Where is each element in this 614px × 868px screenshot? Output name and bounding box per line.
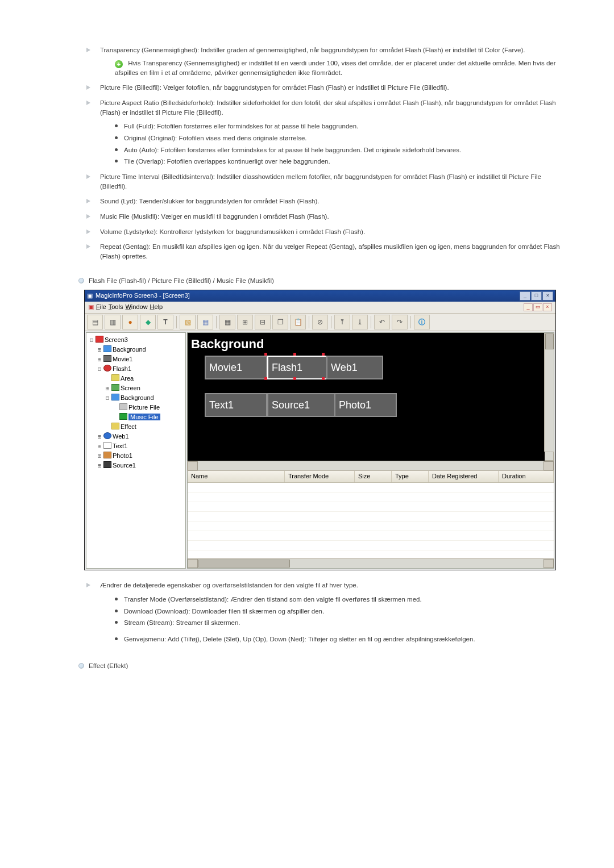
toolbar-remove-icon[interactable]: ⊟ — [255, 315, 271, 329]
photo-icon — [103, 452, 111, 458]
sub-download: Download (Download): Downloader filen ti… — [115, 607, 563, 616]
tree-movie1[interactable]: Movie1 — [113, 356, 132, 362]
col-duration[interactable]: Duration — [499, 471, 554, 482]
picture-file-icon — [119, 403, 127, 410]
close-button[interactable]: × — [542, 291, 553, 301]
toolbar-open-icon[interactable]: ▥ — [105, 315, 121, 329]
col-transfer-mode[interactable]: Transfer Mode — [285, 471, 355, 482]
tree-background2[interactable]: Background — [121, 394, 154, 401]
app-titlebar[interactable]: ▣ MagicInfoPro Screen3 - [Screen3] _ □ × — [85, 290, 555, 302]
vscroll-thumb[interactable] — [545, 333, 554, 349]
tree-flash1[interactable]: Flash1 — [113, 365, 131, 372]
toolbar-sep — [309, 316, 309, 328]
canvas-box-source[interactable]: Source1 — [267, 393, 335, 417]
list-hscrollbar[interactable] — [188, 558, 554, 568]
toolbar-paste-icon[interactable]: 📋 — [290, 315, 306, 329]
prop-sound: Sound (Lyd): Tænder/slukker for baggrund… — [84, 197, 563, 206]
tree-root[interactable]: Screen3 — [105, 336, 128, 343]
canvas-box-web[interactable]: Web1 — [326, 356, 383, 379]
list-hscroll-thumb[interactable] — [198, 560, 290, 567]
toolbar-copy-icon[interactable]: ❐ — [272, 315, 288, 329]
tree-text1[interactable]: Text1 — [113, 443, 127, 449]
app-doc-icon: ▣ — [88, 303, 94, 312]
detail-sub-list-2: Genvejsmenu: Add (Tilføj), Delete (Slet)… — [115, 635, 563, 644]
list-hscroll-right-icon[interactable] — [544, 559, 554, 568]
toolbar-text-icon[interactable]: T — [157, 315, 173, 329]
canvas-box-text[interactable]: Text1 — [205, 393, 267, 417]
prop-volume: Volume (Lydstyrke): Kontrollerer lydstyr… — [84, 227, 563, 237]
list-rows-empty[interactable] — [188, 483, 554, 560]
prop-transparency: Transparency (Gennemsigtighed): Indstill… — [84, 45, 563, 77]
tree-pane[interactable]: ⊟Screen3 ⊞Background ⊞Movie1 ⊟Flash1 Are… — [86, 332, 186, 569]
toolbar-disk-icon[interactable]: ▦ — [197, 315, 213, 329]
source-icon — [103, 461, 111, 468]
mdi-restore[interactable]: ▭ — [533, 303, 542, 311]
menu-tools[interactable]: Tools — [109, 303, 123, 312]
effect-section-header: Effect (Effekt) — [78, 661, 563, 671]
vscroll-down-icon[interactable] — [545, 452, 554, 461]
menu-help[interactable]: Help — [150, 303, 163, 312]
mdi-close[interactable]: × — [543, 303, 552, 311]
sub-full: Full (Fuld): Fotofilen forstørres eller … — [115, 122, 563, 131]
maximize-button[interactable]: □ — [531, 291, 542, 301]
file-list-pane: Name Transfer Mode Size Type Date Regist… — [187, 471, 554, 569]
toolbar-redo-icon[interactable]: ↷ — [392, 315, 408, 329]
effect-icon — [111, 423, 119, 429]
aspect-sub-list: Full (Fuld): Fotofilen forstørres eller … — [115, 122, 563, 166]
col-type[interactable]: Type — [392, 471, 429, 482]
flash-icon — [103, 365, 111, 372]
toolbar-grid-icon[interactable]: ▦ — [219, 315, 235, 329]
toolbar-sep — [371, 316, 371, 328]
sub-stream: Stream (Stream): Streamer til skærmen. — [115, 618, 563, 628]
toolbar-new-icon[interactable]: ▤ — [87, 315, 103, 329]
toolbar-save-icon[interactable]: ● — [122, 315, 138, 329]
col-date[interactable]: Date Registered — [429, 471, 499, 482]
music-file-icon — [119, 413, 127, 420]
sub-auto: Auto (Auto): Fotofilen forstørres eller … — [115, 145, 563, 155]
screen-icon — [96, 336, 103, 343]
hscroll-right-icon[interactable] — [544, 461, 554, 470]
menu-file[interactable]: File — [96, 303, 106, 312]
toolbar-tool4-icon[interactable]: ◆ — [140, 315, 156, 329]
layout-canvas[interactable]: Background Movie1 Flash1 Web1 Text1 Sour… — [187, 332, 554, 461]
prop-picture-file: Picture File (Billedfil): Vælger fotofil… — [84, 83, 563, 93]
tree-source1[interactable]: Source1 — [113, 462, 136, 469]
tree-picture-file[interactable]: Picture File — [128, 404, 160, 411]
tree-background[interactable]: Background — [113, 346, 146, 353]
canvas-hscrollbar[interactable] — [187, 461, 554, 471]
movie-icon — [103, 355, 111, 362]
sub-context-menu: Genvejsmenu: Add (Tilføj), Delete (Slet)… — [115, 635, 563, 644]
toolbar-add-icon[interactable]: ⊞ — [237, 315, 253, 329]
toolbar-undo-icon[interactable]: ↶ — [374, 315, 390, 329]
toolbar-folder-icon[interactable]: ▧ — [180, 315, 196, 329]
canvas-box-photo[interactable]: Photo1 — [334, 393, 397, 417]
list-hscroll-left-icon[interactable] — [188, 559, 198, 568]
tree-music-file[interactable]: Music File — [128, 414, 160, 420]
minimize-button[interactable]: _ — [520, 291, 530, 301]
sub-tile: Tile (Overlap): Fotofilen overlappes kon… — [115, 157, 563, 166]
app-window: ▣ MagicInfoPro Screen3 - [Screen3] _ □ ×… — [84, 290, 556, 570]
toolbar-denied-icon[interactable]: ⊘ — [312, 315, 328, 329]
menu-window[interactable]: Window — [125, 303, 147, 312]
effect-section-title: Effect (Effekt) — [78, 661, 563, 671]
prop-aspect-ratio: Picture Aspect Ratio (Billedsideforhold)… — [84, 98, 563, 166]
tree-effect[interactable]: Effect — [121, 423, 136, 430]
canvas-box-movie[interactable]: Movie1 — [205, 356, 267, 379]
note-text: Hvis Transparency (Gennemsigtighed) er i… — [115, 60, 556, 76]
tree-web1[interactable]: Web1 — [113, 433, 129, 440]
canvas-box-flash[interactable]: Flash1 — [267, 356, 327, 379]
col-size[interactable]: Size — [355, 471, 392, 482]
toolbar-sep — [176, 316, 177, 328]
tree-area[interactable]: Area — [121, 375, 134, 382]
vscrollbar[interactable] — [544, 333, 554, 452]
toolbar-info-icon[interactable]: ⓘ — [414, 315, 430, 329]
tree-screen[interactable]: Screen — [121, 385, 140, 391]
text-icon — [103, 442, 111, 449]
app-title: MagicInfoPro Screen3 - [Screen3] — [96, 291, 190, 301]
col-name[interactable]: Name — [188, 471, 285, 482]
mdi-minimize[interactable]: _ — [524, 303, 533, 311]
tree-photo1[interactable]: Photo1 — [113, 452, 132, 459]
hscroll-left-icon[interactable] — [188, 461, 198, 470]
toolbar-down-icon[interactable]: ⤓ — [352, 315, 368, 329]
toolbar-up-icon[interactable]: ⤒ — [334, 315, 350, 329]
